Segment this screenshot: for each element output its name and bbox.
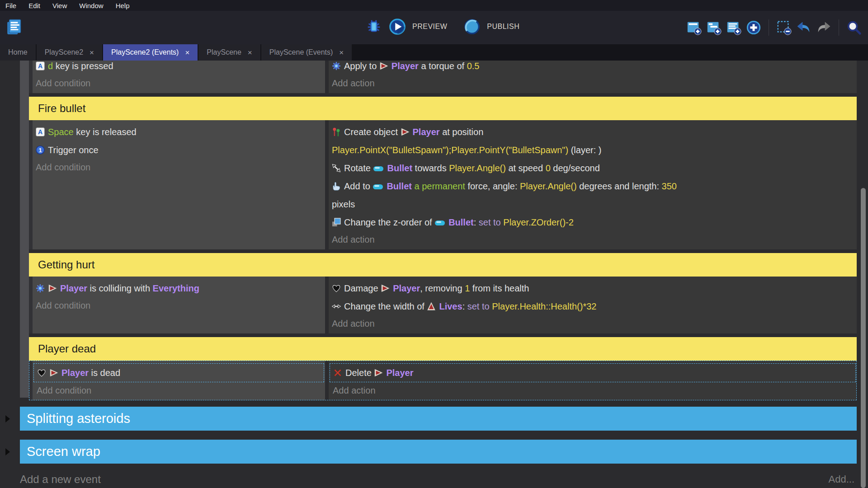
publish-button[interactable]: PUBLISH — [487, 23, 519, 31]
menu-view[interactable]: View — [52, 2, 67, 9]
text-segment: Bullet — [448, 217, 474, 227]
condition-item[interactable]: Ad key is pressed — [33, 61, 325, 75]
actions-cell[interactable]: Damage Player, removing 1 from its healt… — [329, 277, 857, 333]
condition-action-divider — [325, 120, 329, 249]
add-event-button[interactable] — [686, 20, 702, 35]
tab-label: Home — [8, 48, 28, 56]
event-row[interactable]: Player is deadAdd conditionDelete Player… — [29, 361, 857, 400]
text-segment: towards — [412, 163, 449, 173]
tab-close-icon[interactable]: × — [90, 49, 94, 56]
physics-icon — [36, 284, 45, 293]
actions-cell[interactable]: Delete PlayerAdd action — [329, 361, 857, 400]
menu-file[interactable]: File — [5, 2, 16, 9]
group-header-splitting-asteroids[interactable]: Splitting asteroids — [20, 407, 857, 431]
toolbar-separator — [839, 19, 839, 36]
condition-item[interactable]: ASpace key is released — [33, 123, 325, 141]
svg-text:1: 1 — [38, 147, 42, 154]
preview-button[interactable]: PREVIEW — [412, 23, 447, 31]
action-item[interactable]: Delete Player — [330, 363, 856, 382]
collapse-arrow-icon[interactable] — [5, 448, 10, 455]
action-item[interactable]: Add to Bullet a permanent force, angle: … — [329, 177, 857, 213]
sheet-footer: Add a new event Add... — [0, 469, 868, 488]
collapse-arrow-icon[interactable] — [5, 415, 10, 422]
physics-icon — [332, 61, 341, 70]
tab-close-icon[interactable]: × — [248, 49, 252, 56]
conditions-cell[interactable]: Player is colliding with EverythingAdd c… — [33, 277, 325, 333]
tab-playscene[interactable]: PlayScene× — [198, 44, 260, 61]
add-condition-link[interactable]: Add condition — [33, 297, 325, 314]
text-segment: Player — [60, 283, 87, 293]
add-more-button[interactable] — [746, 20, 761, 35]
condition-item[interactable]: Player is dead — [33, 363, 324, 382]
tab-home[interactable]: Home — [0, 44, 36, 61]
player-icon — [48, 284, 57, 293]
menu-window[interactable]: Window — [79, 2, 103, 9]
add-new-event-link[interactable]: Add a new event — [20, 473, 101, 486]
group-label: Screen wrap — [27, 444, 100, 459]
action-item[interactable]: Damage Player, removing 1 from its healt… — [329, 279, 857, 297]
text-segment: Trigger once — [48, 145, 99, 155]
add-action-link[interactable]: Add action — [329, 231, 857, 248]
player-icon — [381, 284, 390, 293]
actions-cell[interactable]: Apply to Player a torque of 0.5Add actio… — [329, 61, 857, 93]
text-segment: degrees and length: — [577, 181, 662, 191]
debug-icon[interactable] — [365, 18, 382, 35]
conditions-cell[interactable]: ASpace key is released1Trigger onceAdd c… — [33, 120, 325, 249]
tab-close-icon[interactable]: × — [185, 49, 189, 56]
action-item[interactable]: Apply to Player a torque of 0.5 — [329, 61, 857, 75]
event-row[interactable]: Player is colliding with EverythingAdd c… — [29, 277, 857, 333]
publish-sphere-icon[interactable] — [463, 18, 481, 35]
condition-action-divider — [325, 361, 329, 400]
player-icon — [49, 368, 58, 377]
tab-playscene-events[interactable]: PlayScene (Events)× — [261, 44, 352, 61]
group-header-getting-hurt[interactable]: Getting hurt — [29, 253, 857, 277]
text-segment: from its health — [470, 283, 529, 293]
add-action-link[interactable]: Add action — [329, 75, 857, 91]
tab-playscene2[interactable]: PlayScene2× — [37, 44, 102, 61]
add-comment-button[interactable] — [726, 20, 741, 35]
group-header-player-dead[interactable]: Player dead — [29, 337, 857, 361]
text-segment: Delete — [345, 368, 374, 378]
actions-cell[interactable]: Create object Player at position Player.… — [329, 120, 857, 249]
group-label: Splitting asteroids — [27, 411, 130, 426]
remove-selection-button[interactable] — [776, 20, 792, 35]
text-segment: Lives — [439, 301, 462, 311]
add-action-link[interactable]: Add action — [329, 315, 857, 332]
action-item[interactable]: Change the width of Lives: set to Player… — [329, 297, 857, 315]
text-segment: 350 — [662, 181, 677, 191]
toolbar-separator — [769, 19, 769, 36]
event-row-gutter — [29, 277, 33, 333]
text-segment: Everything — [153, 283, 199, 293]
menu-edit[interactable]: Edit — [28, 2, 40, 9]
group-header-screen-wrap[interactable]: Screen wrap — [20, 440, 857, 464]
preview-play-icon[interactable] — [389, 18, 406, 35]
search-button[interactable] — [846, 20, 862, 35]
add-condition-link[interactable]: Add condition — [33, 382, 324, 399]
add-action-link[interactable]: Add action — [330, 382, 856, 399]
event-row[interactable]: ASpace key is released1Trigger onceAdd c… — [29, 120, 857, 249]
action-item[interactable]: Create object Player at position Player.… — [329, 123, 857, 159]
text-segment: Player.ZOrder()-2 — [503, 217, 574, 227]
tab-close-icon[interactable]: × — [339, 49, 344, 56]
add-subevent-button[interactable] — [706, 20, 722, 35]
menu-help[interactable]: Help — [116, 2, 130, 9]
undo-button[interactable] — [796, 20, 811, 35]
text-segment: Bullet — [387, 181, 412, 191]
add-condition-link[interactable]: Add condition — [33, 159, 325, 175]
z-order-icon — [332, 218, 341, 227]
project-manager-icon[interactable] — [5, 18, 23, 35]
condition-item[interactable]: Player is colliding with Everything — [33, 279, 325, 297]
conditions-cell[interactable]: Player is deadAdd condition — [33, 361, 325, 400]
condition-item[interactable]: 1Trigger once — [33, 141, 325, 159]
text-segment: deg/second — [551, 163, 600, 173]
add-more-link[interactable]: Add... — [829, 474, 854, 485]
tab-playscene2-events[interactable]: PlayScene2 (Events)× — [103, 44, 198, 61]
group-header-fire-bullet[interactable]: Fire bullet — [29, 97, 857, 120]
event-row[interactable]: Ad key is pressedAdd conditionApply to P… — [29, 61, 857, 93]
add-condition-link[interactable]: Add condition — [33, 75, 325, 91]
action-item[interactable]: Rotate Bullet towards Player.Angle() at … — [329, 159, 857, 177]
vertical-scrollbar[interactable] — [861, 188, 866, 488]
conditions-cell[interactable]: Ad key is pressedAdd condition — [33, 61, 325, 93]
action-item[interactable]: Change the z-order of Bullet: set to Pla… — [329, 213, 857, 231]
redo-button[interactable] — [816, 20, 831, 35]
